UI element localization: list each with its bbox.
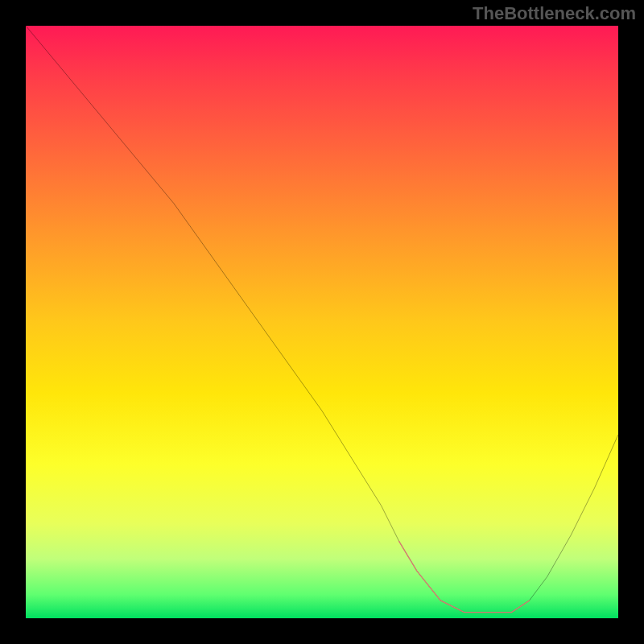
bottleneck-curve-line xyxy=(26,26,618,613)
chart-frame: TheBottleneck.com xyxy=(0,0,644,644)
watermark-text: TheBottleneck.com xyxy=(473,3,636,24)
optimal-band-line xyxy=(399,541,530,612)
chart-svg xyxy=(26,26,618,618)
chart-plot-area xyxy=(26,26,618,618)
